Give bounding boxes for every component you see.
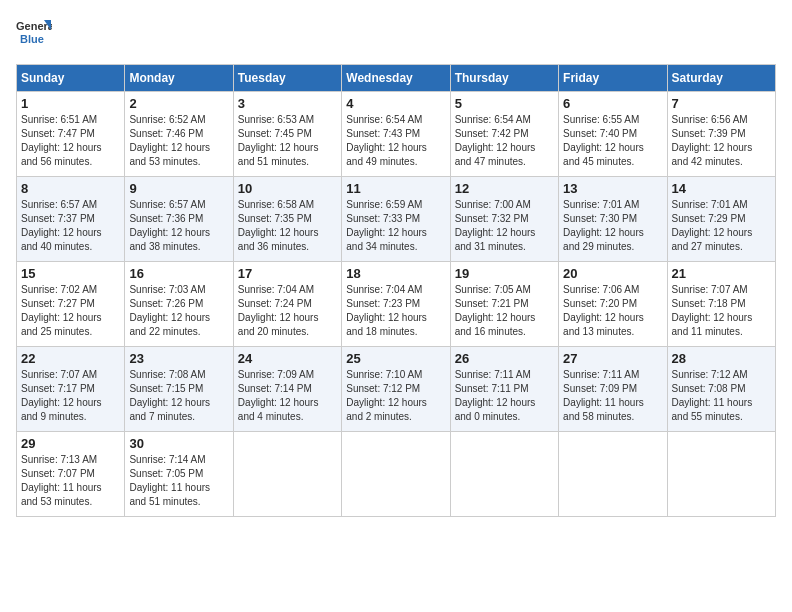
day-number: 18 <box>346 266 445 281</box>
calendar-cell: 17Sunrise: 7:04 AMSunset: 7:24 PMDayligh… <box>233 262 341 347</box>
day-info: Sunrise: 6:54 AMSunset: 7:43 PMDaylight:… <box>346 113 445 169</box>
calendar-cell: 26Sunrise: 7:11 AMSunset: 7:11 PMDayligh… <box>450 347 558 432</box>
day-info: Sunrise: 7:02 AMSunset: 7:27 PMDaylight:… <box>21 283 120 339</box>
day-number: 23 <box>129 351 228 366</box>
day-info: Sunrise: 7:03 AMSunset: 7:26 PMDaylight:… <box>129 283 228 339</box>
weekday-header-thursday: Thursday <box>450 65 558 92</box>
day-number: 29 <box>21 436 120 451</box>
calendar-cell: 9Sunrise: 6:57 AMSunset: 7:36 PMDaylight… <box>125 177 233 262</box>
day-number: 13 <box>563 181 662 196</box>
day-number: 12 <box>455 181 554 196</box>
day-number: 30 <box>129 436 228 451</box>
day-info: Sunrise: 6:54 AMSunset: 7:42 PMDaylight:… <box>455 113 554 169</box>
day-info: Sunrise: 7:11 AMSunset: 7:09 PMDaylight:… <box>563 368 662 424</box>
day-info: Sunrise: 6:51 AMSunset: 7:47 PMDaylight:… <box>21 113 120 169</box>
day-number: 27 <box>563 351 662 366</box>
day-info: Sunrise: 7:06 AMSunset: 7:20 PMDaylight:… <box>563 283 662 339</box>
day-number: 25 <box>346 351 445 366</box>
day-info: Sunrise: 7:13 AMSunset: 7:07 PMDaylight:… <box>21 453 120 509</box>
calendar-cell: 1Sunrise: 6:51 AMSunset: 7:47 PMDaylight… <box>17 92 125 177</box>
calendar-cell: 18Sunrise: 7:04 AMSunset: 7:23 PMDayligh… <box>342 262 450 347</box>
day-info: Sunrise: 7:04 AMSunset: 7:23 PMDaylight:… <box>346 283 445 339</box>
svg-text:Blue: Blue <box>20 33 44 45</box>
weekday-header-tuesday: Tuesday <box>233 65 341 92</box>
day-info: Sunrise: 6:58 AMSunset: 7:35 PMDaylight:… <box>238 198 337 254</box>
calendar-cell: 22Sunrise: 7:07 AMSunset: 7:17 PMDayligh… <box>17 347 125 432</box>
day-number: 4 <box>346 96 445 111</box>
weekday-header-monday: Monday <box>125 65 233 92</box>
day-number: 2 <box>129 96 228 111</box>
logo-svg: General Blue <box>16 16 52 52</box>
day-info: Sunrise: 6:55 AMSunset: 7:40 PMDaylight:… <box>563 113 662 169</box>
day-number: 3 <box>238 96 337 111</box>
calendar-cell: 16Sunrise: 7:03 AMSunset: 7:26 PMDayligh… <box>125 262 233 347</box>
calendar-cell: 30Sunrise: 7:14 AMSunset: 7:05 PMDayligh… <box>125 432 233 517</box>
calendar-cell: 3Sunrise: 6:53 AMSunset: 7:45 PMDaylight… <box>233 92 341 177</box>
day-info: Sunrise: 7:08 AMSunset: 7:15 PMDaylight:… <box>129 368 228 424</box>
calendar-cell: 19Sunrise: 7:05 AMSunset: 7:21 PMDayligh… <box>450 262 558 347</box>
day-info: Sunrise: 7:07 AMSunset: 7:18 PMDaylight:… <box>672 283 771 339</box>
weekday-header-saturday: Saturday <box>667 65 775 92</box>
calendar-cell: 21Sunrise: 7:07 AMSunset: 7:18 PMDayligh… <box>667 262 775 347</box>
day-number: 10 <box>238 181 337 196</box>
weekday-header-friday: Friday <box>559 65 667 92</box>
calendar-cell: 11Sunrise: 6:59 AMSunset: 7:33 PMDayligh… <box>342 177 450 262</box>
calendar-cell: 15Sunrise: 7:02 AMSunset: 7:27 PMDayligh… <box>17 262 125 347</box>
calendar-cell <box>559 432 667 517</box>
week-row-1: 1Sunrise: 6:51 AMSunset: 7:47 PMDaylight… <box>17 92 776 177</box>
weekday-header-sunday: Sunday <box>17 65 125 92</box>
day-number: 11 <box>346 181 445 196</box>
calendar-cell <box>450 432 558 517</box>
day-info: Sunrise: 6:56 AMSunset: 7:39 PMDaylight:… <box>672 113 771 169</box>
calendar-cell: 6Sunrise: 6:55 AMSunset: 7:40 PMDaylight… <box>559 92 667 177</box>
day-number: 19 <box>455 266 554 281</box>
calendar-cell: 12Sunrise: 7:00 AMSunset: 7:32 PMDayligh… <box>450 177 558 262</box>
calendar-cell <box>667 432 775 517</box>
day-info: Sunrise: 7:10 AMSunset: 7:12 PMDaylight:… <box>346 368 445 424</box>
calendar-cell: 29Sunrise: 7:13 AMSunset: 7:07 PMDayligh… <box>17 432 125 517</box>
logo: General Blue <box>16 16 52 52</box>
calendar-cell: 4Sunrise: 6:54 AMSunset: 7:43 PMDaylight… <box>342 92 450 177</box>
day-number: 8 <box>21 181 120 196</box>
day-info: Sunrise: 7:09 AMSunset: 7:14 PMDaylight:… <box>238 368 337 424</box>
day-info: Sunrise: 6:52 AMSunset: 7:46 PMDaylight:… <box>129 113 228 169</box>
page-header: General Blue <box>16 16 776 52</box>
week-row-5: 29Sunrise: 7:13 AMSunset: 7:07 PMDayligh… <box>17 432 776 517</box>
calendar-cell: 14Sunrise: 7:01 AMSunset: 7:29 PMDayligh… <box>667 177 775 262</box>
calendar-cell: 13Sunrise: 7:01 AMSunset: 7:30 PMDayligh… <box>559 177 667 262</box>
calendar-cell: 24Sunrise: 7:09 AMSunset: 7:14 PMDayligh… <box>233 347 341 432</box>
calendar-cell: 23Sunrise: 7:08 AMSunset: 7:15 PMDayligh… <box>125 347 233 432</box>
day-number: 20 <box>563 266 662 281</box>
day-info: Sunrise: 7:14 AMSunset: 7:05 PMDaylight:… <box>129 453 228 509</box>
day-info: Sunrise: 7:01 AMSunset: 7:29 PMDaylight:… <box>672 198 771 254</box>
day-number: 7 <box>672 96 771 111</box>
calendar-cell: 8Sunrise: 6:57 AMSunset: 7:37 PMDaylight… <box>17 177 125 262</box>
day-info: Sunrise: 6:57 AMSunset: 7:37 PMDaylight:… <box>21 198 120 254</box>
calendar-cell: 25Sunrise: 7:10 AMSunset: 7:12 PMDayligh… <box>342 347 450 432</box>
day-info: Sunrise: 7:07 AMSunset: 7:17 PMDaylight:… <box>21 368 120 424</box>
week-row-4: 22Sunrise: 7:07 AMSunset: 7:17 PMDayligh… <box>17 347 776 432</box>
day-number: 6 <box>563 96 662 111</box>
calendar-cell: 28Sunrise: 7:12 AMSunset: 7:08 PMDayligh… <box>667 347 775 432</box>
day-number: 9 <box>129 181 228 196</box>
day-number: 26 <box>455 351 554 366</box>
calendar-cell <box>233 432 341 517</box>
day-info: Sunrise: 6:53 AMSunset: 7:45 PMDaylight:… <box>238 113 337 169</box>
day-info: Sunrise: 7:04 AMSunset: 7:24 PMDaylight:… <box>238 283 337 339</box>
calendar-table: SundayMondayTuesdayWednesdayThursdayFrid… <box>16 64 776 517</box>
calendar-cell: 5Sunrise: 6:54 AMSunset: 7:42 PMDaylight… <box>450 92 558 177</box>
day-info: Sunrise: 7:11 AMSunset: 7:11 PMDaylight:… <box>455 368 554 424</box>
day-number: 22 <box>21 351 120 366</box>
calendar-cell <box>342 432 450 517</box>
weekday-header-row: SundayMondayTuesdayWednesdayThursdayFrid… <box>17 65 776 92</box>
day-number: 16 <box>129 266 228 281</box>
day-number: 28 <box>672 351 771 366</box>
day-number: 5 <box>455 96 554 111</box>
calendar-cell: 27Sunrise: 7:11 AMSunset: 7:09 PMDayligh… <box>559 347 667 432</box>
day-info: Sunrise: 6:57 AMSunset: 7:36 PMDaylight:… <box>129 198 228 254</box>
day-number: 17 <box>238 266 337 281</box>
day-number: 24 <box>238 351 337 366</box>
calendar-cell: 2Sunrise: 6:52 AMSunset: 7:46 PMDaylight… <box>125 92 233 177</box>
day-number: 14 <box>672 181 771 196</box>
day-info: Sunrise: 7:00 AMSunset: 7:32 PMDaylight:… <box>455 198 554 254</box>
